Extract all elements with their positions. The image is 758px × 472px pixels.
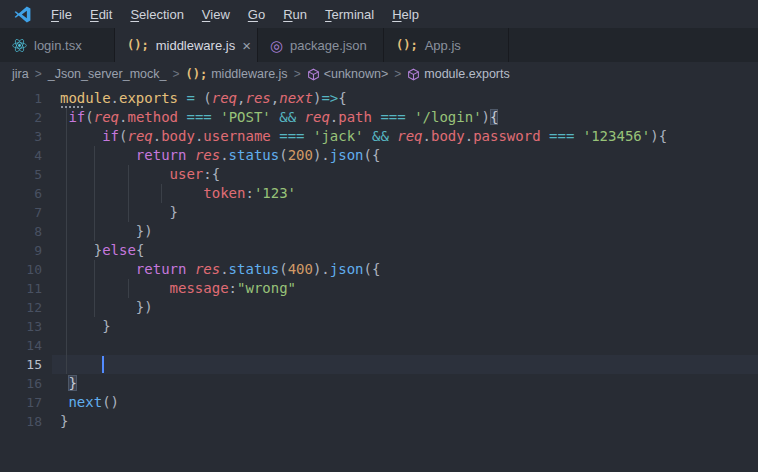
code-text: } [60,374,77,393]
code-token: user [170,166,204,182]
tab-middleware-js[interactable]: ();middleware.js× [115,28,258,62]
breadcrumb-separator-icon: > [290,67,305,81]
code-token [271,128,279,144]
menu-item-help[interactable]: Help [383,7,428,22]
code-token: === [279,128,304,144]
code-line-3[interactable]: 3 if(req.body.username === 'jack' && req… [0,127,758,146]
code-text: module.exports = (req,res,next)=>{ [60,89,347,108]
code-token [541,128,549,144]
code-token: === [186,109,211,125]
code-token: body [431,128,465,144]
code-token: '123456' [583,128,650,144]
breadcrumb-label: module.exports [424,67,509,81]
code-token: 'jack' [313,128,364,144]
code-text: } [60,317,111,336]
tab-app-js[interactable]: ();App.js [384,28,509,62]
tab-label: App.js [425,38,461,53]
code-token: '/login' [414,109,481,125]
code-text: }) [60,222,153,241]
code-token: === [380,109,405,125]
code-token: ({ [364,147,381,163]
menu-item-terminal[interactable]: Terminal [316,7,383,22]
line-number: 16 [0,374,42,393]
code-token [60,280,170,296]
react-icon [12,38,27,53]
code-token: ( [85,109,93,125]
code-token [60,166,170,182]
symbol-namespace-icon [407,68,420,81]
code-token: next [68,394,102,410]
code-editor[interactable]: 1module.exports = (req,res,next)=>{2 if(… [0,86,758,472]
menu-item-file[interactable]: File [42,7,81,22]
code-token: }) [60,299,153,315]
code-token: && [279,109,296,125]
line-number: 9 [0,241,42,260]
code-token: message [170,280,229,296]
code-token: '123' [254,185,296,201]
code-token: else [102,242,136,258]
breadcrumb-item-middleware-js[interactable]: ();middleware.js [184,67,290,81]
code-text: if(req.body.username === 'jack' && req.b… [60,127,667,146]
breadcrumb-item--unknown-[interactable]: <unknown> [305,67,391,81]
code-token: res [195,261,220,277]
line-number: 4 [0,146,42,165]
code-token [364,128,372,144]
line-number: 17 [0,393,42,412]
line-number: 10 [0,260,42,279]
code-token [271,109,279,125]
code-token: . [220,147,228,163]
code-token: , [271,90,279,106]
menu-item-run[interactable]: Run [274,7,316,22]
code-token [186,147,194,163]
code-token: req [397,128,422,144]
menu-item-view[interactable]: View [193,7,239,22]
line-number: 18 [0,412,42,431]
code-token: } [60,242,102,258]
code-text: } [60,203,178,222]
code-token: } [60,413,68,429]
code-token: { [338,90,346,106]
code-token [389,128,397,144]
breadcrumb-separator-icon: > [169,67,184,81]
menu-item-selection[interactable]: Selection [121,7,192,22]
tab-package-json[interactable]: ◎package.json [258,28,384,62]
code-token: req [212,90,237,106]
breadcrumb-item-jira[interactable]: jira [10,67,31,81]
code-text: if(req.method === 'POST' && req.path ===… [60,108,498,127]
code-token: . [153,128,161,144]
code-token: token [203,185,245,201]
code-token: next [279,90,313,106]
breadcrumb-label: jira [12,67,29,81]
breadcrumb-item-module-exports[interactable]: module.exports [405,67,511,81]
menu-item-edit[interactable]: Edit [81,7,121,22]
breadcrumb-item--json-server-mock-[interactable]: _Json_server_mock_ [46,67,169,81]
breadcrumb-label: <unknown> [324,67,389,81]
breadcrumb-label: middleware.js [211,67,287,81]
code-token: req [305,109,330,125]
symbol-namespace-icon [307,68,320,81]
javascript-icon: (); [186,67,208,81]
code-token: module [60,89,111,108]
code-token: method [127,109,178,125]
code-token: . [465,128,473,144]
tab-label: login.tsx [34,38,82,53]
vscode-logo-icon [13,5,32,24]
line-number: 7 [0,203,42,222]
close-icon[interactable]: × [242,38,251,53]
tab-login-tsx[interactable]: login.tsx [0,28,115,62]
code-token: . [330,109,338,125]
code-text: }) [60,298,153,317]
code-token: 'POST' [220,109,271,125]
code-token: { [490,109,498,125]
breadcrumb-label: _Json_server_mock_ [48,67,167,81]
code-token: === [549,128,574,144]
text-cursor [102,356,104,373]
code-token [60,128,102,144]
code-text: }else{ [60,241,144,260]
code-token: , [237,90,245,106]
code-token: password [473,128,540,144]
code-token [60,261,136,277]
code-token: return [136,147,187,163]
code-token: "wrong" [237,280,296,296]
menu-item-go[interactable]: Go [239,7,274,22]
